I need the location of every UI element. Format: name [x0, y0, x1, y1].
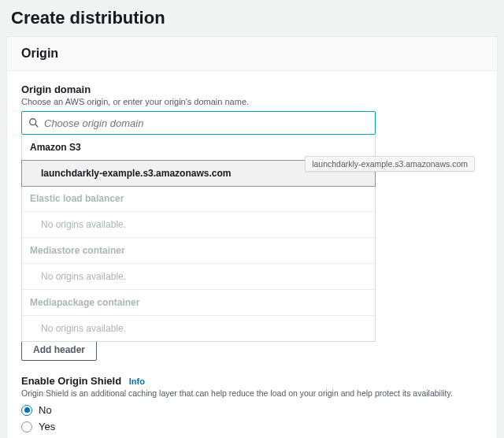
panel-title: Origin	[7, 37, 497, 71]
origin-panel: Origin Origin domain Choose an AWS origi…	[6, 36, 498, 438]
radio-no-label: No	[39, 404, 52, 416]
info-link[interactable]: Info	[129, 377, 145, 386]
radio-yes-label: Yes	[39, 421, 55, 432]
radio-no-row[interactable]: No	[21, 404, 483, 416]
page-title: Create distribution	[0, 0, 504, 36]
dropdown-group-mediapackage: Mediapackage container	[22, 290, 375, 316]
dropdown-option-mediastore-empty: No origins available.	[22, 264, 375, 290]
panel-body: Origin domain Choose an AWS origin, or e…	[7, 71, 497, 438]
dropdown-option-mediapackage-empty: No origins available.	[22, 316, 375, 341]
dropdown-group-mediastore: Mediastore container	[22, 238, 375, 264]
add-header-button[interactable]: Add header	[21, 339, 97, 361]
radio-no[interactable]	[21, 405, 32, 416]
radio-yes[interactable]	[21, 421, 32, 432]
origin-shield-title: Enable Origin Shield	[21, 375, 121, 387]
origin-domain-sub: Choose an AWS origin, or enter your orig…	[21, 97, 483, 106]
radio-yes-row[interactable]: Yes	[21, 421, 483, 432]
origin-domain-input[interactable]	[44, 117, 369, 129]
dropdown-option-elb-empty: No origins available.	[22, 212, 375, 238]
svg-point-0	[30, 119, 36, 125]
option-tooltip: launchdarkly-example.s3.amazonaws.com	[305, 156, 475, 172]
search-icon	[28, 117, 39, 128]
origin-shield-section: Enable Origin Shield Info Origin Shield …	[21, 375, 483, 432]
dropdown-group-elb: Elastic load balancer	[22, 186, 375, 212]
origin-domain-combobox[interactable]	[21, 111, 376, 135]
origin-domain-label: Origin domain	[21, 84, 483, 95]
origin-domain-field: Origin domain Choose an AWS origin, or e…	[21, 84, 483, 342]
origin-shield-desc: Origin Shield is an additional caching l…	[21, 388, 483, 398]
svg-line-1	[35, 124, 39, 128]
